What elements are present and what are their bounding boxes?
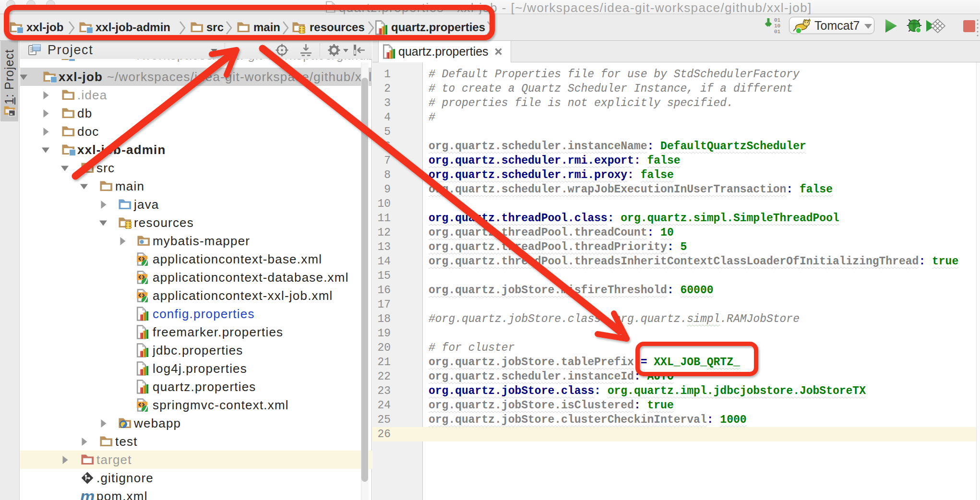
svg-text:01: 01 bbox=[774, 17, 781, 23]
svg-text:10: 10 bbox=[774, 23, 780, 29]
svg-text:01: 01 bbox=[774, 29, 781, 35]
